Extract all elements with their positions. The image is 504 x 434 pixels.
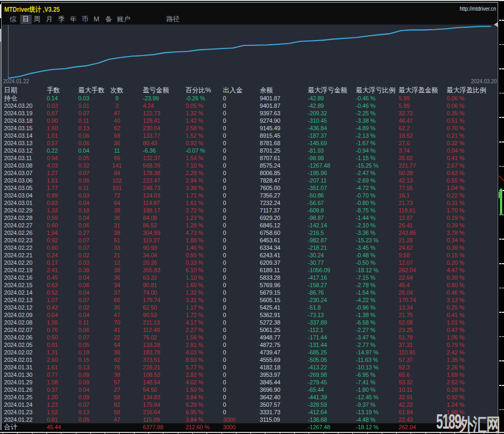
cell-7: 3696.90 [260,386,280,393]
menu-item-3[interactable]: 周 [33,15,42,24]
table-row-2024.02.28[interactable]: 2024.02.280.590.043684.081.23 %06929.20-… [2,214,497,222]
menu-item-7[interactable]: 币 [81,15,90,24]
cell-6: 0 [223,296,226,304]
table-row-2024.03.06[interactable]: 2024.03.061.610.06102223.472.94 %07828.4… [2,177,497,184]
price-scale-tick [499,93,501,94]
cell-5: 2.72 % [186,207,203,214]
table-row-2024.03.05[interactable]: 2024.03.051.770.11101248.733.38 %07605.0… [2,184,497,192]
table-row-2024.02.13[interactable]: 2024.02.131.070.0766179.743.31 %05605.15… [2,296,497,304]
cell-3: 38 [111,229,124,236]
cell-7: 9397.63 [260,109,280,117]
cell-11: 0.15 % [447,251,464,259]
cell-6: 0 [223,222,226,229]
menu-item-4[interactable]: 月 [45,15,54,24]
cell-1: 1.23 [47,401,58,408]
cell-6: 3000 [223,416,236,423]
menu-item-5[interactable]: 季 [57,15,66,24]
table-row-2024.01.24[interactable]: 2024.01.241.230.0782175.845.28 %03507.57… [2,401,497,408]
table-row-2024.02.16[interactable]: 2024.02.160.450.043663.321.10 %05833.28-… [2,274,497,281]
table-row-2024.02.06[interactable]: 2024.02.060.500.072276.021.56 %04948.77-… [2,334,497,341]
cell-3: 22 [111,334,124,341]
cell-7: 3331.73 [260,408,280,416]
cell-4: 188.17 [143,207,160,214]
table-row-2024.01.29[interactable]: 2024.01.291.080.0957148.544.02 %03845.44… [2,378,497,386]
cell-9: -4.72 % [356,184,376,192]
cell-10: 35.02 [399,154,413,162]
cell-10: 5.99 [399,102,410,109]
table-row-2024.02.07[interactable]: 2024.02.070.760.0641112.482.27 %05061.25… [2,326,497,334]
cell-4: 112.48 [143,326,160,334]
cell-1: 1.07 [47,296,58,304]
table-row-2024.03.11[interactable]: 2024.03.110.940.0566132.371.54 %08707.61… [2,154,497,162]
menu-item-8[interactable]: M [92,15,100,24]
cell-1: 2.41 [47,266,58,274]
table-row-2024.02.08[interactable]: 2024.02.081.550.1170211.134.17 %05272.38… [2,319,497,326]
table-row-2024.02.27[interactable]: 2024.02.270.600.063186.521.28 %06845.12-… [2,222,497,229]
cell-10: 118.61 [399,207,416,214]
table-row-2024.01.31[interactable]: 2024.01.311.610.1376228.215.77 %04182.18… [2,364,497,371]
cell-3: 64 [111,199,124,207]
table-row-2024.03.20[interactable]: 2024.03.200.030.0134.240.05 %09401.87-42… [2,102,497,109]
table-row-2024.03.14[interactable]: 2024.03.141.010.0669133.771.52 %08915.45… [2,132,497,139]
cell-8: -98.87 [308,214,324,222]
cell-2: 0.18 [78,349,90,356]
menu-item-2[interactable]: 日 [20,15,32,25]
cell-0: 2024.03.15 [4,124,33,132]
table-row-2024.03.18[interactable]: 2024.03.180.900.1140129.411.42 %09274.90… [2,117,497,124]
title-bar[interactable]: MTDriver统计 ,V3.25 http://mtdriver.cn [2,3,498,14]
table-row-2024.02.09[interactable]: 2024.02.090.640.044790.531.72 %05362.91-… [2,311,497,319]
table-row-2024.02.15[interactable]: 2024.02.150.630.063490.811.60 %05769.96-… [2,281,497,289]
cell-9: -2.77 % [356,341,376,349]
table-row-2024.02.14[interactable]: 2024.02.140.520.043774.001.32 %05679.15-… [2,289,497,296]
table-row-2024.01.26[interactable]: 2024.01.260.370.042754.501.50 %03696.90-… [2,386,497,393]
table-row-2024.03.13[interactable]: 2024.03.130.570.063680.430.92 %08781.68-… [2,139,497,147]
table-row-2024.02.01[interactable]: 2024.02.012.600.1592373.518.93 %04555.69… [2,356,497,364]
table-row-2024.03.04[interactable]: 2024.03.040.890.0372124.031.71 %07356.27… [2,192,497,199]
cell-7: 3115.09 [260,416,280,423]
table-row-2024.02.23[interactable]: 2024.02.230.920.0751119.271.88 %06453.61… [2,236,497,244]
cell-6: 0 [223,192,226,199]
table-row-2024.02.20[interactable]: 2024.02.200.170.031220.260.33 %06209.37-… [2,259,497,266]
table-row-2024.03.08[interactable]: 2024.03.084.030.32141568.397.10 %08575.2… [2,162,497,169]
menu-item-1[interactable]: 综 [9,15,18,24]
table-row-2024.01.23[interactable]: 2024.01.231.520.1358216.646.95 %03331.73… [2,408,497,416]
table-row-2024.02.22[interactable]: 2024.02.220.600.073390.931.46 %06334.34-… [2,244,497,251]
cell-6: 0 [223,289,226,296]
cell-3: 102 [111,177,124,184]
cell-2: 0.05 [78,154,90,162]
table-row-2024.02.29[interactable]: 2024.02.291.330.1838188.172.72 %07117.37… [2,207,497,214]
menu-item-9[interactable]: 备 [104,15,114,24]
cell-2: 0.38 [78,266,90,274]
table-row-2024.02.21[interactable]: 2024.02.210.240.022134.040.55 %06243.41-… [2,251,497,259]
cell-8: -505.05 [308,356,327,364]
table-row-position[interactable]: 持仓0.140.039-23.99-0.26 %09401.87-42.89-0… [2,94,497,102]
cell-2: 0.04 [78,274,90,281]
cell-9: -6.58 % [356,319,376,326]
menu-item-6[interactable]: 年 [69,15,78,24]
table-row-2024.01.30[interactable]: 2024.01.300.770.0938108.532.82 %03953.97… [2,371,497,378]
menu-item-path[interactable]: 路径 [165,15,181,24]
table-row-2024.02.19[interactable]: 2024.02.192.410.3838355.836.10 %06189.11… [2,266,497,274]
table-row-2024.03.07[interactable]: 2024.03.071.270.0784178.382.28 %08006.85… [2,169,497,177]
column-header: 最大浮亏金额 [308,85,348,94]
table-row-2024.03.15[interactable]: 2024.03.151.600.1362230.042.58 %09145.49… [2,124,497,132]
balance-chart[interactable]: 2024.01.22 2024.03.20 [2,25,497,85]
cell-2: 0.18 [78,207,90,214]
table-row-2024.02.26[interactable]: 2024.02.261.940.2738304.994.73 %06758.60… [2,229,497,236]
table-row-2024.03.12[interactable]: 2024.03.120.220.0411-6.36-0.07 %08701.25… [2,147,497,154]
cell-2: 0.07 [78,296,90,304]
cell-11: 1.70 % [447,207,464,214]
cell-0: 2024.01.29 [4,378,33,386]
table-row-2024.01.22[interactable]: 2024.01.220.810.0547115.093.84 %30003115… [2,416,497,423]
menu-item-10[interactable]: 账户 [116,15,132,24]
table-row-2024.03.19[interactable]: 2024.03.190.870.0747122.731.32 %09397.63… [2,109,497,117]
cell-3: 76 [111,364,124,371]
table-row-2024.02.02[interactable]: 2024.02.021.310.1838183.784.03 %04739.47… [2,349,497,356]
cell-3: 101 [111,184,124,192]
table-row-2024.02.05[interactable]: 2024.02.050.910.0564133.282.81 %04872.75… [2,341,497,349]
table-row-2024.02.12[interactable]: 2024.02.120.430.023562.501.17 %05425.41-… [2,304,497,311]
table-row-2024.01.25[interactable]: 2024.01.251.200.0958134.833.84 %03642.40… [2,393,497,401]
table-row-2024.03.01[interactable]: 2024.03.010.830.0464114.871.61 %07232.24… [2,199,497,207]
cell-2: 0.27 [78,229,90,236]
cell-3: 41 [111,326,124,334]
